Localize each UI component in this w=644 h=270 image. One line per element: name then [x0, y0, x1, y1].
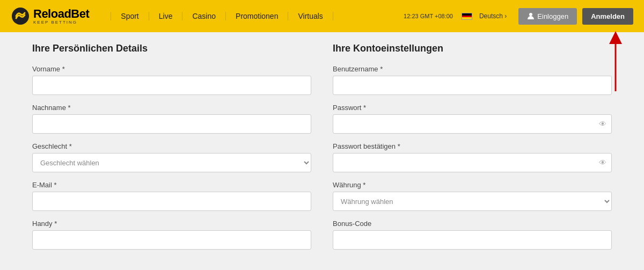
personal-details-section: Ihre Persönlichen Details Vorname * Nach…: [32, 43, 311, 258]
login-button[interactable]: Einloggen: [518, 8, 577, 25]
language-selector[interactable]: Deutsch ›: [479, 12, 507, 20]
personal-details-title: Ihre Persönlichen Details: [32, 43, 311, 54]
password-confirm-toggle-icon[interactable]: 👁: [599, 158, 606, 167]
nav-sport[interactable]: Sport: [111, 12, 149, 20]
logo-text: ReloadBet KEEP BETTING: [33, 8, 89, 25]
account-settings-section: Ihre Kontoeinstellungen Benutzername * P…: [333, 43, 612, 258]
vorname-label: Vorname *: [32, 65, 311, 73]
passwort-confirm-label: Passwort bestätigen *: [333, 142, 612, 150]
handy-label: Handy *: [32, 220, 311, 228]
register-button[interactable]: Anmelden: [582, 8, 633, 25]
bonuscode-label: Bonus-Code: [333, 220, 612, 228]
passwort-field-group: Passwort * 👁: [333, 104, 612, 134]
svg-point-1: [529, 13, 532, 16]
nav-promotionen[interactable]: Promotionen: [226, 12, 288, 20]
password-toggle-icon[interactable]: 👁: [599, 120, 606, 128]
nav-live[interactable]: Live: [149, 12, 183, 20]
header: ReloadBet KEEP BETTING Sport Live Casino…: [0, 0, 644, 32]
bonuscode-field-group: Bonus-Code: [333, 220, 612, 250]
nachname-input[interactable]: [32, 114, 311, 134]
main-content: Ihre Persönlichen Details Vorname * Nach…: [0, 32, 644, 270]
account-settings-title: Ihre Kontoeinstellungen: [333, 43, 612, 54]
geschlecht-select[interactable]: Geschlecht wählen Männlich Weiblich: [32, 153, 311, 172]
passwort-confirm-field-group: Passwort bestätigen * 👁: [333, 142, 612, 172]
geschlecht-label: Geschlecht *: [32, 142, 311, 150]
logo-main-text: ReloadBet: [33, 8, 89, 20]
vorname-input[interactable]: [32, 76, 311, 95]
logo[interactable]: ReloadBet KEEP BETTING: [11, 6, 89, 26]
waehrung-label: Währung *: [333, 181, 612, 189]
main-nav: Sport Live Casino Promotionen Virtuals: [111, 12, 333, 20]
nachname-label: Nachname *: [32, 104, 311, 112]
email-label: E-Mail *: [32, 181, 311, 189]
vorname-field-group: Vorname *: [32, 65, 311, 95]
passwort-confirm-wrapper: 👁: [333, 153, 612, 172]
nav-virtuals[interactable]: Virtuals: [288, 12, 333, 20]
passwort-label: Passwort *: [333, 104, 612, 112]
passwort-wrapper: 👁: [333, 114, 612, 134]
waehrung-field-group: Währung * Währung wählen EUR USD: [333, 181, 612, 211]
bonuscode-input[interactable]: [333, 230, 612, 250]
user-icon: [527, 12, 535, 20]
passwort-confirm-input[interactable]: [333, 153, 612, 172]
logo-sub-text: KEEP BETTING: [33, 20, 89, 25]
email-input[interactable]: [32, 192, 311, 211]
handy-input[interactable]: [32, 230, 311, 250]
time-display: 12:23 GMT +08:00: [404, 13, 453, 19]
nachname-field-group: Nachname *: [32, 104, 311, 134]
nav-casino[interactable]: Casino: [182, 12, 226, 20]
benutzername-input[interactable]: [333, 76, 612, 95]
email-field-group: E-Mail *: [32, 181, 311, 211]
handy-field-group: Handy *: [32, 220, 311, 250]
geschlecht-field-group: Geschlecht * Geschlecht wählen Männlich …: [32, 142, 311, 172]
benutzername-label: Benutzername *: [333, 65, 612, 73]
benutzername-field-group: Benutzername *: [333, 65, 612, 95]
waehrung-select[interactable]: Währung wählen EUR USD: [333, 192, 612, 211]
arrow-indicator: [602, 30, 629, 94]
header-right: 12:23 GMT +08:00 Deutsch › Einloggen Anm…: [404, 8, 633, 25]
flag-icon: [462, 13, 472, 20]
passwort-input[interactable]: [333, 114, 612, 134]
logo-icon: [11, 6, 30, 26]
